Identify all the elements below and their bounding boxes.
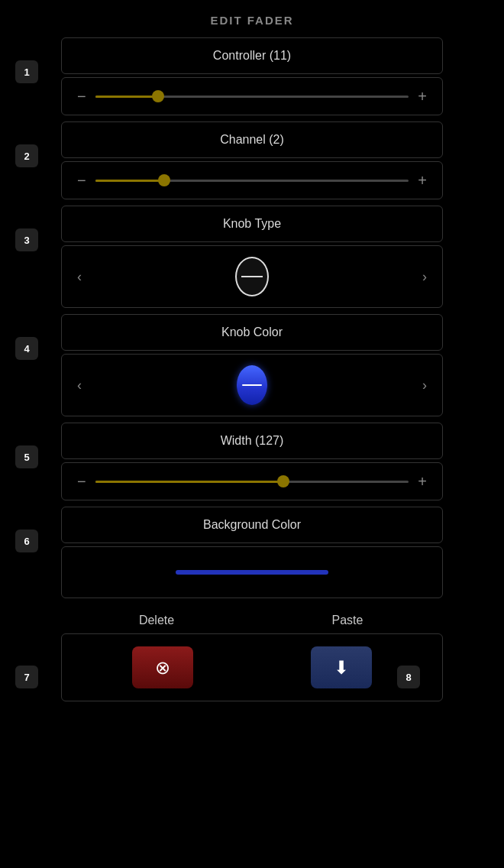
annotation-2: 2 [15, 144, 38, 167]
bg-color-bar [176, 570, 328, 575]
width-label: Width (127) [61, 423, 443, 459]
knob-color-icon [235, 365, 269, 405]
channel-label: Channel (2) [61, 121, 443, 158]
channel-slider-minus[interactable]: − [77, 173, 86, 188]
controller-label: Controller (11) [61, 37, 443, 74]
annotation-8: 8 [397, 666, 420, 688]
width-slider-plus[interactable]: + [418, 474, 427, 489]
controller-slider[interactable]: − + [61, 77, 443, 115]
controller-slider-plus[interactable]: + [418, 89, 427, 104]
width-slider[interactable]: − + [61, 462, 443, 500]
annotation-3: 3 [15, 228, 38, 251]
width-slider-minus[interactable]: − [77, 474, 86, 489]
annotation-5: 5 [15, 445, 38, 468]
knob-color-prev[interactable]: ‹ [77, 377, 82, 394]
channel-slider-track[interactable] [95, 180, 409, 182]
paste-label: Paste [317, 614, 378, 627]
delete-button[interactable]: ⊗ [132, 646, 193, 688]
annotation-1: 1 [15, 60, 38, 83]
knob-color-selector[interactable]: ‹ › [61, 354, 443, 416]
knob-type-selector[interactable]: ‹ › [61, 245, 443, 308]
knob-type-icon [235, 257, 269, 296]
width-slider-track[interactable] [95, 481, 409, 483]
knob-type-label: Knob Type [61, 206, 443, 242]
bg-color-label: Background Color [61, 507, 443, 543]
controller-slider-track[interactable] [95, 96, 409, 98]
channel-slider-plus[interactable]: + [418, 173, 427, 188]
knob-color-label: Knob Color [61, 314, 443, 351]
save-icon: ⬇ [334, 657, 349, 679]
annotation-7: 7 [15, 666, 38, 688]
knob-color-next[interactable]: › [422, 377, 427, 394]
controller-slider-minus[interactable]: − [77, 89, 86, 104]
save-button[interactable]: ⬇ [311, 646, 372, 688]
actions-row: Delete Paste [61, 604, 443, 633]
page-title: EDIT FADER [0, 0, 504, 37]
annotation-6: 6 [15, 530, 38, 552]
channel-slider[interactable]: − + [61, 161, 443, 199]
delete-label: Delete [126, 614, 187, 627]
knob-type-next[interactable]: › [422, 269, 427, 285]
delete-icon: ⊗ [155, 657, 170, 679]
knob-type-prev[interactable]: ‹ [77, 269, 82, 285]
annotation-4: 4 [15, 337, 38, 360]
button-row: ⊗ ⬇ [61, 633, 443, 701]
bg-color-picker[interactable] [61, 546, 443, 598]
